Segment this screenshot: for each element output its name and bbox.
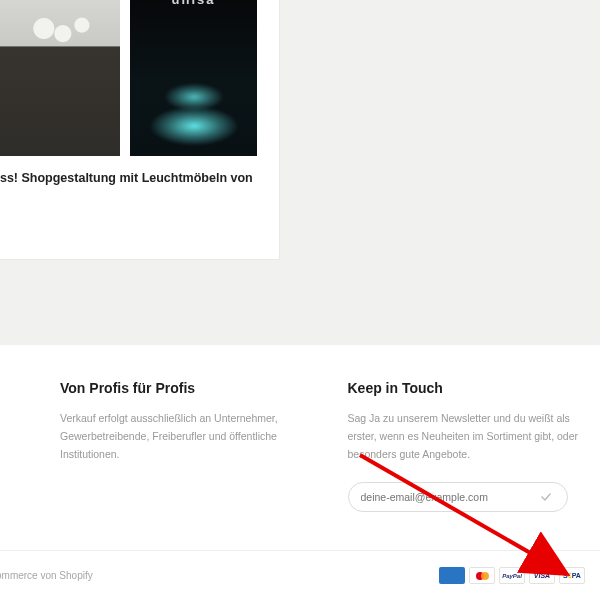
site-bottom-bar: ommerce von Shopify PayPal VISA S€PA	[0, 550, 600, 600]
storefront-sign: unisa	[172, 0, 216, 7]
newsletter-submit-button[interactable]	[537, 488, 555, 506]
payment-badge-mastercard	[469, 567, 495, 584]
newsletter-email-input[interactable]	[361, 491, 537, 503]
site-footer: Von Profis für Profis Verkauf erfolgt au…	[0, 345, 600, 550]
payment-badge-paypal: PayPal	[499, 567, 525, 584]
article-thumbnails: unisa	[0, 0, 267, 156]
footer-column-newsletter: Keep in Touch Sag Ja zu unserem Newslett…	[348, 380, 581, 550]
article-thumbnail-1[interactable]	[0, 0, 120, 156]
payment-badges: PayPal VISA S€PA	[439, 567, 585, 584]
article-card[interactable]: unisa ess! Shopgestaltung mit Leuchtmöbe…	[0, 0, 280, 260]
platform-credit: ommerce von Shopify	[0, 570, 93, 581]
footer-newsletter-heading: Keep in Touch	[348, 380, 581, 396]
payment-badge-sepa: S€PA	[559, 567, 585, 584]
article-title: ess! Shopgestaltung mit Leuchtmöbeln von	[0, 170, 267, 188]
article-thumbnail-2[interactable]: unisa	[130, 0, 257, 156]
footer-newsletter-text: Sag Ja zu unserem Newsletter und du weiß…	[348, 410, 581, 464]
payment-badge-visa: VISA	[529, 567, 555, 584]
payment-badge-amex	[439, 567, 465, 584]
footer-about-text: Verkauf erfolgt ausschließlich an Untern…	[60, 410, 293, 464]
check-icon	[541, 492, 551, 502]
newsletter-form	[348, 482, 568, 512]
footer-column-about: Von Profis für Profis Verkauf erfolgt au…	[60, 380, 293, 550]
footer-about-heading: Von Profis für Profis	[60, 380, 293, 396]
